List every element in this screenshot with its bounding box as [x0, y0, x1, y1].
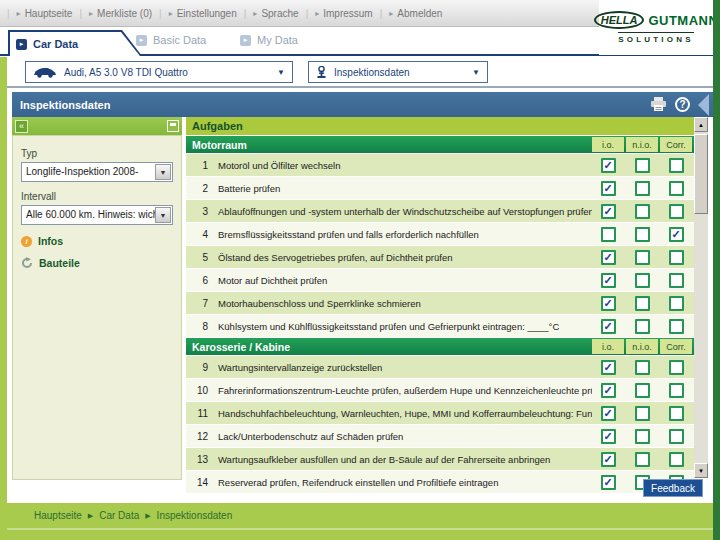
tab-car-data[interactable]: ▸ Car Data [8, 30, 142, 56]
checkbox-corr[interactable] [669, 250, 684, 265]
menu-item-label: Sprache [261, 8, 298, 19]
checkbox-nio[interactable] [635, 204, 650, 219]
aufgaben-header: Aufgaben [186, 117, 694, 135]
checkbox-nio[interactable] [635, 273, 650, 288]
menu-separator: | [244, 8, 247, 19]
checkbox-corr[interactable] [669, 273, 684, 288]
menu-item-impressum[interactable]: ▸ Impressum [315, 8, 372, 19]
module-dropdown[interactable]: Inspektionsdaten ▼ [308, 61, 488, 83]
tab-label: Car Data [33, 38, 78, 50]
breadcrumb-item[interactable]: Car Data [99, 510, 139, 521]
checkbox-nio[interactable] [635, 158, 650, 173]
checkbox-corr[interactable] [669, 383, 684, 398]
task-row: 5 Ölstand des Servogetriebes prüfen, auf… [186, 246, 694, 268]
app-root: | ▸ Hauptseite | ▸ Merkliste (0) | ▸ Ein… [0, 0, 720, 540]
checkbox-corr[interactable] [669, 204, 684, 219]
checkbox-corr[interactable] [669, 296, 684, 311]
checkbox-io[interactable]: ✓ [601, 452, 616, 467]
column-header: i.o. [592, 339, 624, 354]
checkbox-nio[interactable] [635, 319, 650, 334]
menu-item-sprache[interactable]: ▸ Sprache [253, 8, 298, 19]
task-text: Handschuhfachbeleuchtung, Warnleuchten, … [218, 408, 592, 419]
sidebar-item-infos[interactable]: i Infos [21, 235, 173, 247]
menu-separator: | [306, 8, 309, 19]
checkbox-nio[interactable] [635, 181, 650, 196]
checkbox-corr[interactable] [669, 181, 684, 196]
vertical-scrollbar[interactable]: ▲ ▼ [694, 117, 708, 478]
checkbox-io[interactable]: ✓ [601, 319, 616, 334]
checkbox-nio[interactable] [635, 227, 650, 242]
checkbox-io[interactable]: ✓ [601, 360, 616, 375]
sidebar-item-bauteile[interactable]: Bauteile [21, 257, 173, 269]
checkbox-io[interactable]: ✓ [601, 296, 616, 311]
scroll-up-icon[interactable]: ▲ [694, 117, 708, 132]
scrollbar-thumb[interactable] [694, 134, 708, 214]
breadcrumb-item[interactable]: Inspektionsdaten [157, 510, 233, 521]
checkbox-io[interactable]: ✓ [601, 158, 616, 173]
checkbox-nio[interactable] [635, 406, 650, 421]
content-divider [7, 86, 713, 88]
feedback-button[interactable]: Feedback [643, 479, 703, 497]
chevron-down-icon[interactable]: ▼ [155, 164, 171, 180]
typ-select[interactable]: Longlife-Inspektion 2008- ▼ [21, 162, 173, 182]
menu-item-label: Abmelden [397, 8, 442, 19]
checkbox-corr[interactable] [669, 429, 684, 444]
checkbox-corr[interactable]: ✓ [669, 227, 684, 242]
intervall-select[interactable]: Alle 60.000 km. Hinweis: wichtig ▼ [21, 205, 173, 225]
breadcrumb-item[interactable]: Hauptseite [34, 510, 82, 521]
column-header: i.o. [592, 137, 624, 152]
checkbox-corr[interactable] [669, 406, 684, 421]
checkbox-io[interactable]: ✓ [601, 429, 616, 444]
checkbox-corr[interactable] [669, 158, 684, 173]
tab-arrow-icon: ▸ [240, 35, 251, 46]
task-section: Karosserie / Kabine i.o. n.i.o. Corr. 9 … [186, 338, 694, 493]
checkbox-corr[interactable] [669, 319, 684, 334]
checkbox-nio[interactable] [635, 383, 650, 398]
tab-arrow-icon: ▸ [136, 35, 147, 46]
checkbox-io[interactable]: ✓ [601, 181, 616, 196]
car-icon [33, 66, 57, 78]
sidebar-header: « [12, 117, 182, 135]
section-header: Karosserie / Kabine i.o. n.i.o. Corr. [186, 338, 694, 355]
menu-item-hauptseite[interactable]: ▸ Hauptseite [17, 8, 73, 19]
task-number: 3 [186, 206, 208, 217]
task-row: 7 Motorhaubenschloss und Sperrklinke sch… [186, 292, 694, 314]
checkbox-io[interactable]: ✓ [601, 383, 616, 398]
menu-item-label: Merkliste (0) [97, 8, 152, 19]
pin-icon[interactable] [167, 120, 179, 132]
checkbox-io[interactable]: ✓ [601, 250, 616, 265]
scroll-down-icon[interactable]: ▼ [694, 463, 708, 478]
print-icon[interactable] [650, 97, 667, 112]
breadcrumb-arrow-icon: ▶ [145, 512, 150, 520]
checkbox-io[interactable]: ✓ [601, 475, 616, 490]
checkbox-nio[interactable] [635, 250, 650, 265]
menu-item-einstellungen[interactable]: ▸ Einstellungen [169, 8, 237, 19]
checkbox-corr[interactable] [669, 452, 684, 467]
menu-item-merkliste-0[interactable]: ▸ Merkliste (0) [89, 8, 152, 19]
panel-collapse-arrow-icon[interactable] [698, 94, 709, 116]
task-number: 9 [186, 362, 208, 373]
menu-item-abmelden[interactable]: ▸ Abmelden [389, 8, 442, 19]
checkbox-nio[interactable] [635, 452, 650, 467]
tab-basic-data[interactable]: ▸ Basic Data [136, 34, 206, 46]
sidebar: Typ Longlife-Inspektion 2008- ▼ Interval… [12, 135, 182, 480]
menu-item-label: Hauptseite [25, 8, 73, 19]
chevron-down-icon[interactable]: ▼ [155, 207, 171, 223]
checkbox-io[interactable]: ✓ [601, 406, 616, 421]
task-row: 11 Handschuhfachbeleuchtung, Warnleuchte… [186, 402, 694, 424]
tab-my-data[interactable]: ▸ My Data [240, 34, 298, 46]
checkbox-nio[interactable] [635, 360, 650, 375]
vehicle-dropdown[interactable]: Audi, A5 3.0 V8 TDI Quattro ▼ [25, 61, 293, 83]
checkbox-io[interactable]: ✓ [601, 204, 616, 219]
checkbox-nio[interactable] [635, 296, 650, 311]
sidebar-collapse-button[interactable]: « [15, 120, 28, 133]
menu-item-label: Impressum [323, 8, 372, 19]
checkbox-nio[interactable] [635, 429, 650, 444]
checkbox-corr[interactable] [669, 360, 684, 375]
menu-arrow-icon: ▸ [89, 9, 93, 18]
chevron-down-icon: ▼ [472, 68, 480, 77]
hella-gutmann-logo: HELLA GUTMANN SOLUTIONS [599, 0, 713, 55]
help-icon[interactable]: ? [675, 97, 690, 112]
checkbox-io[interactable]: ✓ [601, 273, 616, 288]
checkbox-io[interactable] [601, 227, 616, 242]
